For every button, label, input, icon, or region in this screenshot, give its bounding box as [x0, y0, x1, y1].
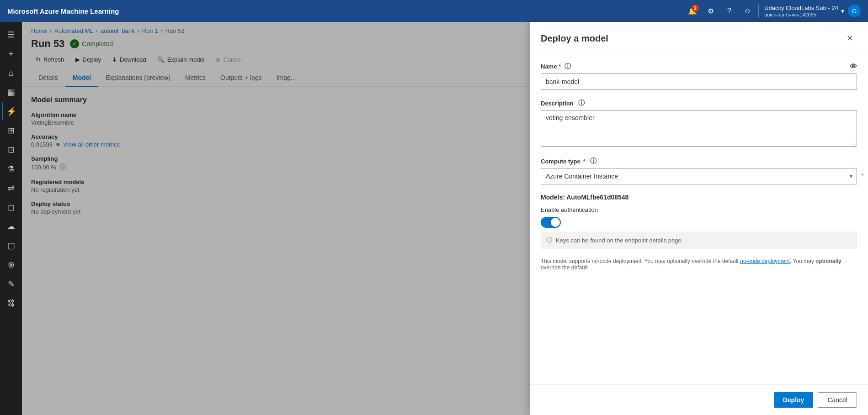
compute-required-star: *: [583, 158, 586, 165]
name-input[interactable]: [541, 74, 857, 90]
description-info-icon[interactable]: ⓘ: [578, 99, 585, 107]
notification-badge: 2: [692, 5, 699, 12]
no-code-link[interactable]: no-code deployment: [740, 258, 790, 264]
panel-deploy-button[interactable]: Deploy: [774, 392, 814, 408]
sidebar-compute-icon[interactable]: ⊞: [2, 121, 20, 140]
name-info-icon[interactable]: ⓘ: [564, 63, 571, 70]
sidebar-monitor-icon[interactable]: ▢: [2, 236, 20, 255]
panel-header: Deploy a model ✕: [530, 22, 868, 53]
sidebar-collapse-icon[interactable]: ☰: [2, 26, 20, 44]
sidebar-add-icon[interactable]: +: [2, 45, 20, 63]
auth-label: Enable authentication: [541, 206, 857, 213]
partial-text: This model supports no-code deployment. …: [541, 258, 857, 271]
top-nav: Microsoft Azure Machine Learning 🔔 2 ⚙ ?…: [0, 0, 868, 22]
compute-label-text: Compute type: [541, 158, 580, 165]
app-brand: Microsoft Azure Machine Learning: [7, 7, 680, 15]
compute-type-label: Compute type * ⓘ: [541, 157, 857, 165]
name-label: Name * ⓘ 👁: [541, 63, 857, 71]
sidebar-label-icon[interactable]: ✎: [2, 275, 20, 293]
name-field-group: Name * ⓘ 👁: [541, 63, 857, 90]
sidebar-endpoints-icon[interactable]: ☁: [2, 217, 20, 236]
sidebar-datasets-icon[interactable]: ⊡: [2, 141, 20, 159]
description-label: Description ⓘ: [541, 99, 857, 107]
sidebar-models-icon[interactable]: ◻: [2, 198, 20, 216]
sidebar-home-icon[interactable]: ⌂: [2, 64, 20, 82]
compute-type-field-group: Compute type * ⓘ Azure Container Instanc…: [541, 157, 857, 184]
account-menu[interactable]: Udacity CloudLabs Sub - 24 quick-starts-…: [758, 5, 844, 18]
panel-cancel-button[interactable]: Cancel: [818, 392, 857, 408]
info-box-text: Keys can be found on the endpoint detail…: [556, 237, 683, 244]
settings-icon[interactable]: ⚙: [703, 4, 718, 18]
compute-asterisk: *: [861, 173, 863, 179]
auth-toggle[interactable]: [541, 217, 561, 228]
name-required-star: *: [559, 63, 561, 70]
sidebar-automl-icon[interactable]: ⚡: [2, 102, 20, 121]
notification-icon[interactable]: 🔔 2: [685, 4, 700, 18]
info-box-icon: ⓘ: [546, 236, 552, 244]
description-textarea[interactable]: voting ensembler: [541, 110, 857, 147]
toggle-knob: [551, 218, 560, 227]
compute-select-wrapper: Azure Container Instance Azure Kubernete…: [541, 168, 857, 184]
smiley-icon[interactable]: ☺: [740, 4, 755, 18]
name-label-text: Name: [541, 63, 557, 70]
auth-field-group: Enable authentication ⓘ Keys can be foun…: [541, 206, 857, 249]
description-field-group: Description ⓘ voting ensembler: [541, 99, 857, 148]
panel-body: Name * ⓘ 👁 Description ⓘ voting ensemble…: [530, 53, 868, 384]
help-icon[interactable]: ?: [722, 4, 736, 18]
compute-info-icon[interactable]: ⓘ: [590, 157, 596, 165]
sidebar: ☰ + ⌂ ▦ ⚡ ⊞ ⊡ ⚗ ⇌ ◻ ☁ ▢ ⊗ ✎ ⛓: [0, 22, 22, 415]
info-box: ⓘ Keys can be found on the endpoint deta…: [541, 231, 857, 249]
sidebar-data-icon[interactable]: ⊗: [2, 256, 20, 274]
circle-icon[interactable]: O: [848, 5, 861, 17]
sidebar-pipelines-icon[interactable]: ⇌: [2, 179, 20, 197]
account-name: Udacity CloudLabs Sub - 24: [764, 5, 838, 12]
nav-icons: 🔔 2 ⚙ ? ☺ Udacity CloudLabs Sub - 24 qui…: [685, 4, 861, 18]
eye-icon[interactable]: 👁: [850, 63, 857, 71]
account-chevron-icon: ▾: [841, 7, 844, 15]
account-sub: quick-starts-ws-142065: [764, 12, 838, 17]
deploy-panel: Deploy a model ✕ Name * ⓘ 👁: [530, 22, 868, 415]
panel-title: Deploy a model: [541, 33, 608, 44]
description-label-text: Description: [541, 100, 574, 107]
models-label: Models: AutoMLfbe61d08548: [541, 194, 857, 201]
panel-footer: Deploy Cancel: [530, 384, 868, 415]
compute-type-select[interactable]: Azure Container Instance Azure Kubernete…: [541, 168, 857, 184]
panel-close-button[interactable]: ✕: [842, 31, 857, 46]
sidebar-linked-icon[interactable]: ⛓: [2, 294, 20, 312]
sidebar-dashboard-icon[interactable]: ▦: [2, 83, 20, 101]
sidebar-experiments-icon[interactable]: ⚗: [2, 160, 20, 178]
